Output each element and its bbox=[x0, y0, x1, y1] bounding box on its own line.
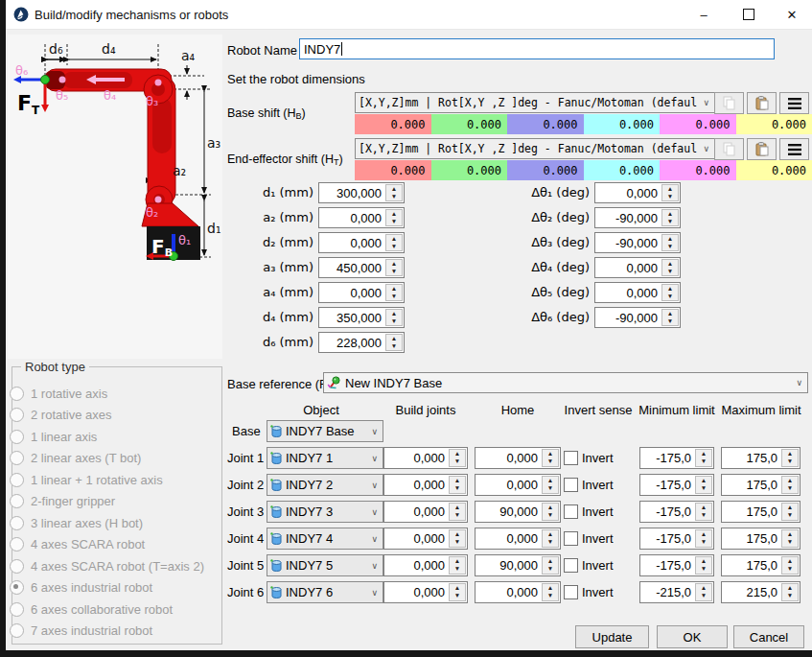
minimize-button[interactable]: – bbox=[684, 0, 724, 29]
base-shift-menu-button[interactable] bbox=[779, 92, 809, 114]
spinner-buttons[interactable]: ▲▼ bbox=[385, 334, 403, 351]
theta-offset-input-6[interactable]: -90,000▲▼ bbox=[594, 307, 681, 328]
theta-offset-input-1[interactable]: 0,000▲▼ bbox=[594, 182, 681, 203]
base-shift-value[interactable]: 0.000 bbox=[660, 114, 736, 134]
spinner-buttons[interactable]: ▲▼ bbox=[781, 583, 799, 601]
spinner-buttons[interactable]: ▲▼ bbox=[542, 449, 559, 467]
tool-shift-paste-button[interactable] bbox=[747, 138, 777, 160]
maximum-limit-input[interactable]: 215,0▲▼ bbox=[721, 581, 800, 603]
home-input[interactable]: 0,000▲▼ bbox=[475, 474, 561, 496]
cancel-button[interactable]: Cancel bbox=[733, 625, 804, 648]
home-input[interactable]: 90,000▲▼ bbox=[475, 554, 561, 576]
spinner-buttons[interactable]: ▲▼ bbox=[695, 503, 712, 521]
robot-type-option[interactable]: 6 axes industrial robot bbox=[10, 577, 152, 597]
theta-offset-input-5[interactable]: 0,000▲▼ bbox=[594, 282, 681, 303]
robot-type-option[interactable]: 6 axes collaborative robot bbox=[10, 599, 173, 619]
robot-type-option[interactable]: 2-finger gripper bbox=[10, 491, 115, 510]
tool-shift-copy-button[interactable] bbox=[714, 138, 744, 160]
base-shift-paste-button[interactable] bbox=[747, 92, 777, 114]
spinner-buttons[interactable]: ▲▼ bbox=[781, 556, 799, 575]
joint-object-select[interactable]: INDY7 6∨ bbox=[267, 581, 383, 603]
base-reference-select[interactable]: New INDY7 Base ∨ bbox=[323, 372, 808, 393]
base-shift-value[interactable]: 0.000 bbox=[355, 114, 431, 134]
base-shift-copy-button[interactable] bbox=[714, 92, 744, 114]
invert-checkbox[interactable] bbox=[564, 558, 578, 573]
build-joint-input[interactable]: 0,000▲▼ bbox=[383, 474, 468, 496]
tool-shift-value[interactable]: 0.000 bbox=[584, 160, 661, 180]
dim-input-a3[interactable]: 450,000▲▼ bbox=[318, 257, 405, 278]
base-shift-value[interactable]: 0.000 bbox=[431, 114, 508, 134]
spinner-buttons[interactable]: ▲▼ bbox=[542, 503, 559, 521]
spinner-buttons[interactable]: ▲▼ bbox=[661, 209, 679, 226]
ok-button[interactable]: OK bbox=[657, 625, 728, 648]
base-shift-value[interactable]: 0.000 bbox=[736, 114, 812, 134]
home-input[interactable]: 90,000▲▼ bbox=[475, 501, 561, 523]
invert-checkbox[interactable] bbox=[564, 478, 578, 492]
minimum-limit-input[interactable]: -175,0▲▼ bbox=[639, 447, 714, 469]
invert-checkbox[interactable] bbox=[564, 504, 578, 519]
build-joint-input[interactable]: 0,000▲▼ bbox=[383, 554, 468, 576]
robot-type-option[interactable]: 2 rotative axes bbox=[10, 405, 112, 424]
spinner-buttons[interactable]: ▲▼ bbox=[781, 476, 799, 494]
robot-type-option[interactable]: 1 rotative axis bbox=[10, 384, 107, 403]
invert-checkbox[interactable] bbox=[564, 451, 578, 465]
maximum-limit-input[interactable]: 175,0▲▼ bbox=[721, 447, 800, 469]
dim-input-d4[interactable]: 350,000▲▼ bbox=[318, 307, 405, 328]
home-input[interactable]: 0,000▲▼ bbox=[475, 581, 561, 603]
joint-object-select[interactable]: INDY7 4∨ bbox=[267, 528, 383, 550]
spinner-buttons[interactable]: ▲▼ bbox=[695, 449, 712, 467]
spinner-buttons[interactable]: ▲▼ bbox=[542, 476, 559, 494]
theta-offset-input-2[interactable]: -90,000▲▼ bbox=[594, 207, 681, 228]
spinner-buttons[interactable]: ▲▼ bbox=[449, 583, 466, 601]
maximize-button[interactable] bbox=[729, 0, 769, 29]
spinner-buttons[interactable]: ▲▼ bbox=[781, 449, 799, 467]
tool-shift-value[interactable]: 0.000 bbox=[736, 160, 812, 180]
spinner-buttons[interactable]: ▲▼ bbox=[781, 529, 799, 548]
maximum-limit-input[interactable]: 175,0▲▼ bbox=[721, 554, 800, 576]
spinner-buttons[interactable]: ▲▼ bbox=[449, 556, 466, 575]
spinner-buttons[interactable]: ▲▼ bbox=[449, 529, 466, 548]
minimum-limit-input[interactable]: -175,0▲▼ bbox=[639, 474, 714, 496]
spinner-buttons[interactable]: ▲▼ bbox=[661, 284, 679, 301]
robot-type-option[interactable]: 4 axes SCARA robot (T=axis 2) bbox=[10, 556, 204, 575]
maximum-limit-input[interactable]: 175,0▲▼ bbox=[721, 501, 800, 523]
spinner-buttons[interactable]: ▲▼ bbox=[542, 529, 559, 548]
base-shift-value[interactable]: 0.000 bbox=[507, 114, 584, 134]
robot-type-option[interactable]: 3 linear axes (H bot) bbox=[10, 513, 143, 532]
spinner-buttons[interactable]: ▲▼ bbox=[385, 284, 403, 301]
spinner-buttons[interactable]: ▲▼ bbox=[449, 449, 466, 467]
spinner-buttons[interactable]: ▲▼ bbox=[661, 309, 679, 326]
theta-offset-input-3[interactable]: -90,000▲▼ bbox=[594, 232, 681, 253]
spinner-buttons[interactable]: ▲▼ bbox=[781, 503, 799, 521]
invert-checkbox[interactable] bbox=[564, 531, 578, 546]
joint-object-select[interactable]: INDY7 2∨ bbox=[267, 474, 383, 496]
update-button[interactable]: Update bbox=[575, 625, 649, 648]
tool-shift-format-select[interactable]: [X,Y,Z]mm | Rot[X,Y ,Z ]deg - Fanuc/Moto… bbox=[355, 138, 715, 159]
dim-input-d2[interactable]: 0,000▲▼ bbox=[318, 232, 405, 253]
spinner-buttons[interactable]: ▲▼ bbox=[695, 476, 712, 494]
dim-input-a2[interactable]: 0,000▲▼ bbox=[318, 207, 405, 228]
dim-input-d6[interactable]: 228,000▲▼ bbox=[318, 332, 405, 353]
spinner-buttons[interactable]: ▲▼ bbox=[385, 259, 403, 276]
base-shift-format-select[interactable]: [X,Y,Z]mm | Rot[X,Y ,Z ]deg - Fanuc/Moto… bbox=[355, 92, 715, 113]
spinner-buttons[interactable]: ▲▼ bbox=[449, 476, 466, 494]
robot-name-input[interactable]: INDY7 bbox=[299, 38, 775, 59]
joint-object-select[interactable]: INDY7 3∨ bbox=[267, 501, 383, 523]
spinner-buttons[interactable]: ▲▼ bbox=[385, 234, 403, 251]
robot-type-option[interactable]: 4 axes SCARA robot bbox=[10, 534, 145, 553]
tool-shift-value[interactable]: 0.000 bbox=[431, 160, 508, 180]
minimum-limit-input[interactable]: -175,0▲▼ bbox=[639, 554, 714, 576]
close-button[interactable]: ✕ bbox=[772, 0, 812, 29]
robot-type-option[interactable]: 2 linear axes (T bot) bbox=[10, 448, 141, 467]
spinner-buttons[interactable]: ▲▼ bbox=[661, 184, 679, 201]
spinner-buttons[interactable]: ▲▼ bbox=[385, 209, 403, 226]
spinner-buttons[interactable]: ▲▼ bbox=[542, 583, 559, 601]
tool-shift-menu-button[interactable] bbox=[779, 138, 809, 160]
tool-shift-value[interactable]: 0.000 bbox=[660, 160, 736, 180]
home-input[interactable]: 0,000▲▼ bbox=[475, 447, 561, 469]
dim-input-a4[interactable]: 0,000▲▼ bbox=[318, 282, 405, 303]
minimum-limit-input[interactable]: -175,0▲▼ bbox=[639, 528, 714, 550]
robot-type-option[interactable]: 1 linear + 1 rotative axis bbox=[10, 470, 163, 489]
maximum-limit-input[interactable]: 175,0▲▼ bbox=[721, 474, 800, 496]
spinner-buttons[interactable]: ▲▼ bbox=[385, 184, 403, 201]
